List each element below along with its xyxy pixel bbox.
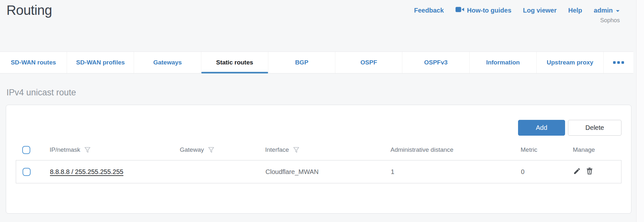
- column-header-ip-netmask: IP/netmask: [44, 146, 174, 153]
- header-links: Feedback How-to guides Log viewer Help a…: [414, 6, 620, 14]
- tab-label: Upstream proxy: [547, 59, 593, 66]
- cell-manage: [568, 167, 621, 176]
- table-header-row: IP/netmask Gateway Interface Administrat…: [16, 143, 621, 157]
- tab-static-routes[interactable]: Static routes: [201, 52, 268, 73]
- admin-menu-label: admin: [594, 7, 613, 14]
- table-row: 8.8.8.8 / 255.255.255.255 Cloudflare_MWA…: [16, 160, 621, 183]
- section-title: IPv4 unicast route: [6, 88, 633, 98]
- help-link[interactable]: Help: [568, 7, 582, 14]
- scrollbar[interactable]: [636, 0, 644, 222]
- tab-label: SD-WAN routes: [11, 59, 56, 66]
- tab-ospfv3[interactable]: OSPFv3: [402, 52, 469, 73]
- tab-sdwan-profiles[interactable]: SD-WAN profiles: [67, 52, 134, 73]
- more-tabs-button[interactable]: [604, 52, 633, 73]
- tab-ospf[interactable]: OSPF: [335, 52, 402, 73]
- admin-menu[interactable]: admin: [594, 7, 620, 14]
- column-header-administrative-distance: Administrative distance: [385, 146, 515, 153]
- chevron-down-icon: [616, 7, 620, 14]
- tab-label: Static routes: [216, 59, 253, 66]
- page-header: Routing Feedback How-to guides Log viewe…: [0, 0, 633, 52]
- pencil-icon: [573, 167, 581, 176]
- tab-upstream-proxy[interactable]: Upstream proxy: [537, 52, 604, 73]
- delete-row-button[interactable]: [586, 167, 593, 176]
- column-header-manage: Manage: [567, 146, 621, 153]
- edit-button[interactable]: [573, 167, 581, 176]
- row-checkbox-cell: [16, 168, 44, 176]
- help-label: Help: [568, 7, 582, 14]
- column-header-metric: Metric: [515, 146, 567, 153]
- tab-label: Gateways: [153, 59, 182, 66]
- tab-sdwan-routes[interactable]: SD-WAN routes: [0, 52, 67, 73]
- column-label: Manage: [573, 146, 595, 153]
- column-label: Gateway: [180, 146, 204, 153]
- tab-label: OSPF: [360, 59, 377, 66]
- tab-label: SD-WAN profiles: [76, 59, 125, 66]
- ipv4-unicast-route-panel: Add Delete IP/netmask Gateway Interfac: [6, 105, 631, 214]
- tab-bgp[interactable]: BGP: [268, 52, 335, 73]
- log-viewer-label: Log viewer: [523, 7, 556, 14]
- feedback-link[interactable]: Feedback: [414, 7, 444, 14]
- filter-icon[interactable]: [208, 147, 215, 153]
- video-camera-icon: [456, 6, 464, 14]
- cell-administrative-distance: 1: [385, 168, 515, 176]
- feedback-link-label: Feedback: [414, 7, 444, 14]
- tab-label: Information: [486, 59, 520, 66]
- tab-label: BGP: [295, 59, 308, 66]
- filter-icon[interactable]: [293, 147, 300, 153]
- cell-metric: 0: [515, 168, 568, 176]
- column-label: IP/netmask: [50, 146, 80, 153]
- tab-bar: SD-WAN routes SD-WAN profiles Gateways S…: [0, 52, 633, 73]
- page-title: Routing: [6, 3, 52, 18]
- log-viewer-link[interactable]: Log viewer: [523, 7, 556, 14]
- ellipsis-icon: [621, 61, 624, 64]
- header-utility-area: Feedback How-to guides Log viewer Help a…: [414, 3, 620, 24]
- delete-button[interactable]: Delete: [568, 120, 621, 136]
- table-toolbar: Add Delete: [16, 105, 621, 136]
- column-label: Administrative distance: [390, 146, 453, 153]
- add-button[interactable]: Add: [518, 120, 565, 136]
- tab-label: OSPFv3: [424, 59, 447, 66]
- tab-information[interactable]: Information: [470, 52, 537, 73]
- select-all-checkbox[interactable]: [22, 146, 30, 154]
- column-header-interface: Interface: [260, 146, 385, 153]
- column-label: Metric: [521, 146, 537, 153]
- row-checkbox[interactable]: [23, 168, 31, 176]
- account-name: Sophos: [600, 17, 620, 24]
- column-header-gateway: Gateway: [174, 146, 260, 153]
- trash-icon: [586, 167, 593, 176]
- ellipsis-icon: [613, 61, 616, 64]
- cell-interface: Cloudflare_MWAN: [260, 168, 385, 176]
- howto-guides-label: How-to guides: [467, 7, 512, 14]
- column-label: Interface: [265, 146, 289, 153]
- cell-ip-netmask: 8.8.8.8 / 255.255.255.255: [44, 168, 175, 176]
- howto-guides-link[interactable]: How-to guides: [456, 6, 512, 14]
- tab-gateways[interactable]: Gateways: [134, 52, 201, 73]
- header-checkbox-cell: [16, 146, 44, 154]
- ellipsis-icon: [617, 61, 620, 64]
- ip-netmask-link[interactable]: 8.8.8.8 / 255.255.255.255: [50, 168, 123, 175]
- filter-icon[interactable]: [84, 147, 91, 153]
